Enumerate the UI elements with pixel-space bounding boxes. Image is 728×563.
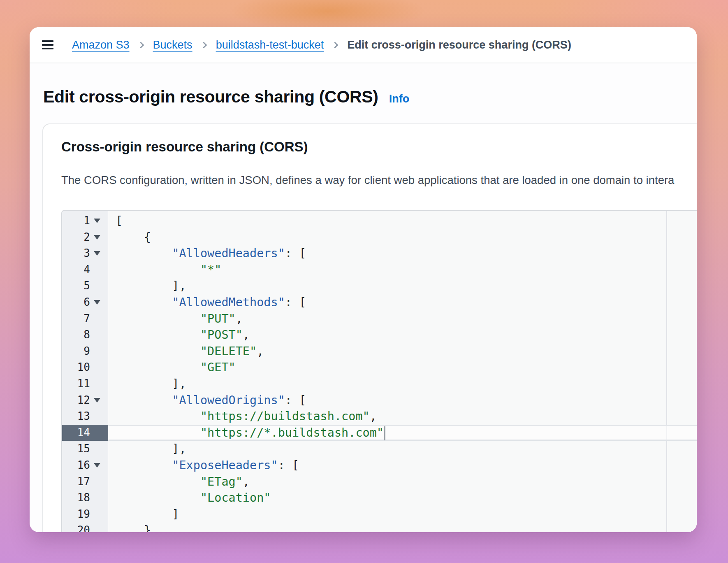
- line-number[interactable]: 8: [62, 327, 108, 343]
- line-number-label: 15: [62, 441, 90, 457]
- breadcrumb-link[interactable]: Buckets: [153, 39, 192, 51]
- page-title: Edit cross-origin resource sharing (CORS…: [43, 87, 378, 107]
- code-text[interactable]: }: [108, 522, 697, 532]
- code-line[interactable]: 9 "DELETE",: [62, 343, 697, 360]
- code-line[interactable]: 6 "AllowedMethods": [: [62, 294, 697, 311]
- code-text[interactable]: ],: [108, 376, 697, 392]
- json-punctuation: [116, 263, 200, 277]
- line-number[interactable]: 11: [62, 376, 108, 392]
- code-line[interactable]: 12 "AllowedOrigins": [: [62, 392, 697, 409]
- fold-arrow-icon[interactable]: [90, 398, 104, 402]
- line-number[interactable]: 16: [62, 457, 108, 474]
- fold-arrow-icon[interactable]: [90, 219, 104, 223]
- line-number[interactable]: 10: [62, 359, 108, 376]
- json-string: "*": [200, 263, 221, 277]
- line-number-label: 3: [62, 245, 90, 262]
- code-line[interactable]: 17 "ETag",: [62, 474, 697, 490]
- code-text[interactable]: "https://*.buildstash.com": [108, 425, 697, 441]
- code-line[interactable]: 13 "https://buildstash.com",: [62, 408, 697, 425]
- line-number[interactable]: 13: [62, 408, 108, 425]
- line-number[interactable]: 15: [62, 441, 108, 457]
- code-text[interactable]: "DELETE",: [108, 343, 697, 360]
- json-punctuation: [116, 393, 172, 407]
- code-text[interactable]: "Location": [108, 490, 697, 506]
- fold-arrow-icon[interactable]: [90, 463, 104, 468]
- code-line[interactable]: 10 "GET": [62, 359, 697, 376]
- json-punctuation: ]: [116, 507, 179, 521]
- code-text[interactable]: "ETag",: [108, 474, 697, 490]
- code-text[interactable]: "*": [108, 262, 697, 278]
- code-line[interactable]: 15 ],: [62, 441, 697, 457]
- code-line[interactable]: 3 "AllowedHeaders": [: [62, 245, 697, 262]
- json-punctuation: [116, 312, 200, 326]
- line-number[interactable]: 14: [62, 425, 108, 441]
- code-text[interactable]: [: [108, 213, 697, 229]
- line-number[interactable]: 18: [62, 490, 108, 506]
- line-number-label: 13: [62, 408, 90, 425]
- line-number[interactable]: 17: [62, 474, 108, 490]
- code-text[interactable]: "AllowedMethods": [: [108, 294, 697, 311]
- breadcrumb-link[interactable]: Amazon S3: [72, 39, 130, 51]
- line-number[interactable]: 2: [62, 229, 108, 246]
- cors-json-editor[interactable]: 1[2 {3 "AllowedHeaders": [4 "*"5 ],6 "Al…: [61, 210, 697, 532]
- fold-arrow-icon[interactable]: [90, 300, 104, 305]
- code-line[interactable]: 8 "POST",: [62, 327, 697, 343]
- json-punctuation: [: [116, 214, 123, 228]
- menu-icon[interactable]: [42, 40, 53, 49]
- line-number[interactable]: 20: [62, 522, 108, 532]
- json-punctuation: [116, 247, 172, 260]
- code-text[interactable]: "PUT",: [108, 311, 697, 327]
- json-string: "https://*.buildstash.com": [200, 426, 384, 440]
- line-number[interactable]: 4: [62, 262, 108, 278]
- line-number-label: 11: [62, 376, 90, 392]
- line-number[interactable]: 12: [62, 392, 108, 409]
- breadcrumb-link[interactable]: buildstash-test-bucket: [216, 39, 324, 51]
- code-text[interactable]: "GET": [108, 359, 697, 376]
- json-punctuation: [116, 409, 200, 423]
- json-string: "https://buildstash.com": [200, 409, 370, 423]
- line-number[interactable]: 19: [62, 506, 108, 523]
- json-punctuation: [116, 491, 200, 505]
- line-number[interactable]: 5: [62, 278, 108, 294]
- code-line[interactable]: 7 "PUT",: [62, 311, 697, 327]
- code-line[interactable]: 14 "https://*.buildstash.com": [62, 425, 697, 441]
- code-text[interactable]: "https://buildstash.com",: [108, 408, 697, 425]
- code-line[interactable]: 5 ],: [62, 278, 697, 294]
- code-line[interactable]: 19 ]: [62, 506, 697, 523]
- json-string: "ETag": [200, 475, 243, 489]
- breadcrumb-current: Edit cross-origin resource sharing (CORS…: [347, 39, 571, 51]
- code-line[interactable]: 2 {: [62, 229, 697, 246]
- line-number-label: 2: [62, 229, 90, 246]
- code-text[interactable]: "POST",: [108, 327, 697, 343]
- chevron-right-icon: [332, 42, 338, 48]
- info-link[interactable]: Info: [389, 93, 409, 105]
- line-number[interactable]: 3: [62, 245, 108, 262]
- line-number[interactable]: 7: [62, 311, 108, 327]
- code-line[interactable]: 1[: [62, 213, 697, 229]
- code-line[interactable]: 16 "ExposeHeaders": [: [62, 457, 697, 474]
- code-line[interactable]: 18 "Location": [62, 490, 697, 506]
- code-text[interactable]: "AllowedOrigins": [: [108, 392, 697, 409]
- line-number[interactable]: 9: [62, 343, 108, 360]
- fold-arrow-icon[interactable]: [90, 235, 104, 240]
- json-punctuation: : [: [278, 458, 299, 472]
- line-number[interactable]: 6: [62, 294, 108, 311]
- page-header: Edit cross-origin resource sharing (CORS…: [43, 87, 409, 107]
- line-number-label: 18: [62, 490, 90, 506]
- json-punctuation: : [: [285, 393, 306, 407]
- json-punctuation: ],: [116, 377, 186, 391]
- line-number-label: 12: [62, 392, 90, 409]
- json-punctuation: ,: [236, 312, 243, 326]
- code-text[interactable]: ],: [108, 278, 697, 294]
- line-number[interactable]: 1: [62, 213, 108, 229]
- line-number-label: 4: [62, 262, 90, 278]
- fold-arrow-icon[interactable]: [90, 251, 104, 256]
- code-line[interactable]: 4 "*": [62, 262, 697, 278]
- code-line[interactable]: 20 }: [62, 522, 697, 532]
- code-text[interactable]: ]: [108, 506, 697, 523]
- code-text[interactable]: {: [108, 229, 697, 246]
- code-text[interactable]: "ExposeHeaders": [: [108, 457, 697, 474]
- code-text[interactable]: "AllowedHeaders": [: [108, 245, 697, 262]
- code-line[interactable]: 11 ],: [62, 376, 697, 392]
- code-text[interactable]: ],: [108, 441, 697, 457]
